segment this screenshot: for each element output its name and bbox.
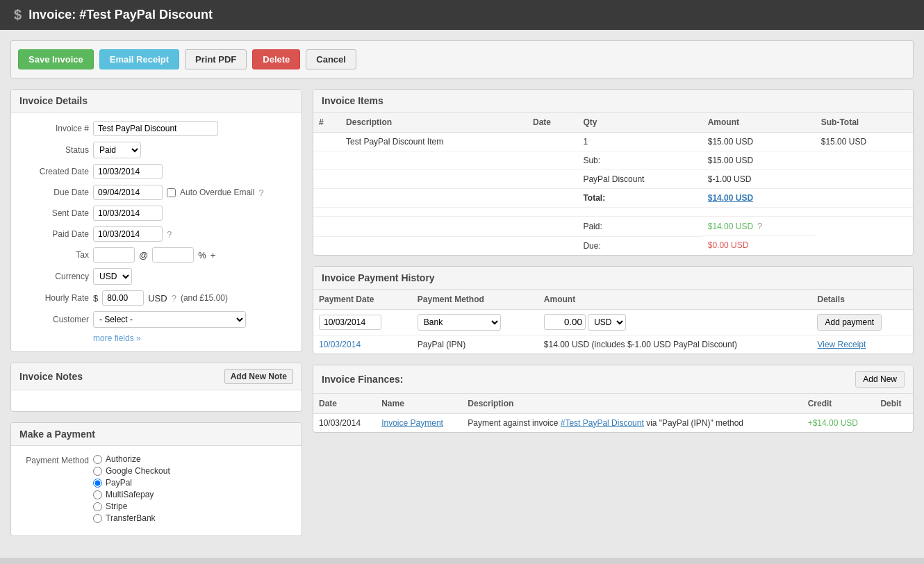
auto-overdue-help-icon[interactable]: ? xyxy=(258,188,263,198)
add-new-note-button[interactable]: Add New Note xyxy=(224,369,293,384)
paid-value: $14.00 USD ? xyxy=(702,217,816,236)
print-pdf-button[interactable]: Print PDF xyxy=(185,49,247,69)
table-row: 10/03/2014 Invoice Payment Payment again… xyxy=(313,413,913,432)
more-fields-link[interactable]: more fields » xyxy=(93,333,293,343)
multisafepay-radio[interactable] xyxy=(93,490,102,499)
cell-subtotal: $15.00 USD xyxy=(816,133,913,151)
payment-new-row: Bank PayPal Check USD GBP xyxy=(313,309,913,335)
hourly-rate-row: Hourly Rate $ USD ? (and £15.00) xyxy=(19,290,293,306)
currency-select[interactable]: USD GBP EUR xyxy=(93,268,132,285)
invoice-items-table: # Description Date Qty Amount Sub-Total … xyxy=(313,113,913,255)
email-receipt-button[interactable]: Email Receipt xyxy=(99,49,179,69)
cancel-button[interactable]: Cancel xyxy=(306,49,356,69)
cell-num xyxy=(313,133,340,151)
payment-google-checkout[interactable]: Google Checkout xyxy=(93,466,170,476)
payment-history-table: Payment Date Payment Method Amount Detai… xyxy=(313,290,913,354)
invoice-payment-link[interactable]: Invoice Payment xyxy=(381,418,443,428)
hourly-rate-help-icon[interactable]: ? xyxy=(172,293,176,304)
auto-overdue-checkbox[interactable] xyxy=(167,188,176,197)
invoice-items-header: Invoice Items xyxy=(313,90,913,113)
fin-col-debit: Debit xyxy=(875,394,913,414)
invoice-details-body: Invoice # Status Paid Unpaid Draft Creat… xyxy=(11,113,302,351)
status-select[interactable]: Paid Unpaid Draft xyxy=(93,142,141,158)
col-amount: Amount xyxy=(702,113,816,133)
total-value: $14.00 USD xyxy=(702,189,913,208)
payment-stripe[interactable]: Stripe xyxy=(93,501,170,511)
table-row: 10/03/2014 PayPal (IPN) $14.00 USD (incl… xyxy=(313,335,913,354)
fin-desc-link[interactable]: #Test PayPal Discount xyxy=(561,418,644,428)
view-receipt-link[interactable]: View Receipt xyxy=(817,340,866,349)
invoice-finances-title: Invoice Finances: xyxy=(322,374,403,385)
sent-date-label: Sent Date xyxy=(19,208,89,218)
ph-col-details: Details xyxy=(811,290,913,310)
sub-value: $15.00 USD xyxy=(702,151,913,170)
transferbank-radio[interactable] xyxy=(93,514,102,523)
status-row: Status Paid Unpaid Draft xyxy=(19,142,293,158)
cell-qty: 1 xyxy=(577,133,702,151)
save-invoice-button[interactable]: Save Invoice xyxy=(18,49,94,69)
payment-method-label: Payment Method xyxy=(19,454,89,465)
ph-method: PayPal (IPN) xyxy=(412,335,538,354)
payment-history-panel: Invoice Payment History Payment Date Pay… xyxy=(313,266,914,354)
ph-col-amount: Amount xyxy=(538,290,812,310)
paid-date-row: Paid Date ? xyxy=(19,226,293,242)
due-label: Due: xyxy=(577,236,702,255)
tax-percent-input[interactable] xyxy=(152,247,194,263)
payment-method-radio-group: Authorize Google Checkout PayPal MultiSa… xyxy=(93,454,170,523)
col-subtotal: Sub-Total xyxy=(816,113,913,133)
invoice-notes-body xyxy=(11,390,302,411)
delete-button[interactable]: Delete xyxy=(252,49,300,69)
invoice-finances-panel: Invoice Finances: Add New Date Name Desc… xyxy=(313,365,914,433)
two-col-layout: Invoice Details Invoice # Status Paid Un… xyxy=(10,89,914,536)
table-row: Test PayPal Discount Item 1 $15.00 USD $… xyxy=(313,133,913,151)
discount-label: PayPal Discount xyxy=(577,170,702,189)
authorize-radio[interactable] xyxy=(93,455,102,464)
sent-date-input[interactable] xyxy=(93,206,163,221)
hourly-rate-input[interactable] xyxy=(102,290,144,306)
payment-paypal[interactable]: PayPal xyxy=(93,478,170,488)
stripe-radio[interactable] xyxy=(93,502,102,511)
add-new-finance-button[interactable]: Add New xyxy=(855,371,905,388)
paid-date-input[interactable] xyxy=(93,226,163,242)
paypal-radio[interactable] xyxy=(93,479,102,488)
google-checkout-radio[interactable] xyxy=(93,467,102,476)
new-payment-method-select[interactable]: Bank PayPal Check xyxy=(418,314,501,331)
fin-col-credit: Credit xyxy=(802,394,875,414)
tax-plus: + xyxy=(211,250,216,260)
status-label: Status xyxy=(19,145,89,155)
hourly-rate-dollar: $ xyxy=(93,293,98,304)
fin-col-date: Date xyxy=(313,394,376,414)
payment-authorize[interactable]: Authorize xyxy=(93,454,170,464)
tax-name-input[interactable] xyxy=(93,247,135,263)
invoice-items-header-row: # Description Date Qty Amount Sub-Total xyxy=(313,113,913,133)
paid-date-help-icon[interactable]: ? xyxy=(167,229,172,240)
page-title: Invoice: #Test PayPal Discount xyxy=(28,8,213,22)
due-date-row: Due Date Auto Overdue Email ? xyxy=(19,185,293,200)
new-payment-date-input[interactable] xyxy=(319,315,381,330)
sent-date-row: Sent Date xyxy=(19,206,293,221)
invoice-finances-header: Invoice Finances: Add New xyxy=(313,365,913,394)
invoice-notes-header: Invoice Notes Add New Note xyxy=(11,363,302,390)
due-value: $0.00 USD xyxy=(702,236,913,255)
created-date-input[interactable] xyxy=(93,164,163,179)
toolbar: Save Invoice Email Receipt Print PDF Del… xyxy=(10,40,914,78)
new-payment-currency-select[interactable]: USD GBP xyxy=(588,314,626,331)
paid-help-icon[interactable]: ? xyxy=(757,221,762,231)
col-date: Date xyxy=(527,113,577,133)
stripe-label: Stripe xyxy=(106,501,127,511)
paypal-label: PayPal xyxy=(106,478,132,488)
invoice-num-row: Invoice # xyxy=(19,121,293,136)
due-date-input[interactable] xyxy=(93,185,163,200)
payment-transferbank[interactable]: TransferBank xyxy=(93,513,170,523)
hourly-rate-label: Hourly Rate xyxy=(19,293,89,303)
col-qty: Qty xyxy=(577,113,702,133)
new-payment-amount-input[interactable] xyxy=(544,314,586,330)
paid-label: Paid: xyxy=(577,217,702,237)
payment-multisafepay[interactable]: MultiSafepay xyxy=(93,490,170,499)
make-payment-panel: Make a Payment Payment Method Authorize … xyxy=(10,422,302,536)
add-payment-button[interactable]: Add payment xyxy=(817,314,882,331)
invoice-num-input[interactable] xyxy=(93,121,218,136)
customer-select[interactable]: - Select - xyxy=(93,311,246,328)
total-link[interactable]: $14.00 USD xyxy=(708,193,753,203)
fin-desc-pre: Payment against invoice xyxy=(468,418,560,428)
